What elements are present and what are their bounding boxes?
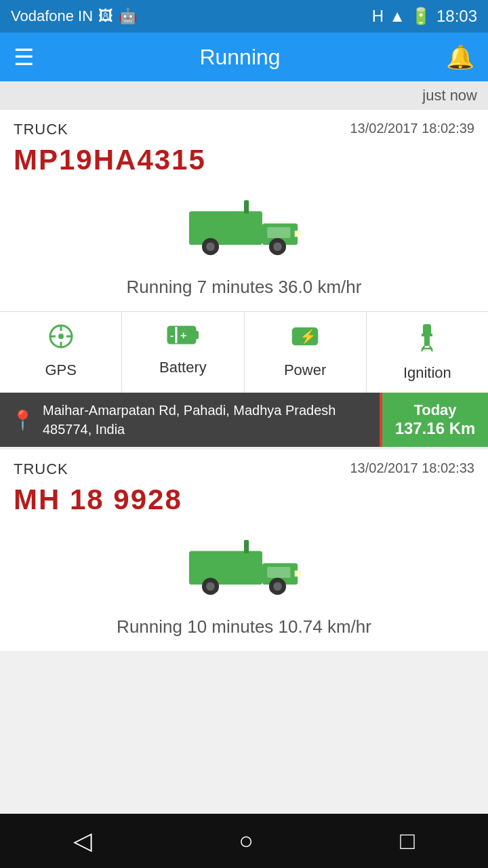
- svg-point-32: [206, 582, 215, 591]
- svg-rect-23: [422, 334, 432, 336]
- battery-label: Battery: [159, 359, 207, 376]
- h-indicator: H: [372, 7, 384, 26]
- ignition-label: Ignition: [403, 364, 451, 382]
- vehicle-card-1: TRUCK 13/02/2017 18:02:39 MP19HA4315 Run…: [0, 110, 488, 447]
- gps-cell: GPS: [0, 312, 122, 393]
- ignition-cell: Ignition: [367, 312, 488, 393]
- menu-button[interactable]: ☰: [14, 43, 34, 71]
- location-pin-icon: 📍: [11, 409, 35, 431]
- svg-rect-30: [267, 567, 290, 578]
- status-bar-right: H ▲ 🔋 18:03: [372, 7, 477, 26]
- location-right-1: Today 137.16 Km: [380, 393, 488, 447]
- svg-point-10: [58, 334, 64, 339]
- power-cell: ⚡ Power: [245, 312, 367, 393]
- vehicle-id-1[interactable]: MP19HA4315: [0, 144, 488, 182]
- vehicle-status-2: Running 10 minutes 10.74 km/hr: [0, 611, 488, 651]
- location-km-1: 137.16 Km: [395, 419, 476, 438]
- battery-cell: + - Battery: [122, 312, 244, 393]
- svg-rect-0: [189, 212, 262, 245]
- power-label: Power: [284, 361, 326, 379]
- svg-rect-22: [423, 324, 431, 335]
- carrier-text: Vodafone IN: [11, 7, 93, 25]
- photo-icon: 🖼: [98, 7, 113, 25]
- page-title: Running: [199, 45, 280, 70]
- vehicle-card-2: TRUCK 13/02/2017 18:02:33 MH 18 9928 Run…: [0, 450, 488, 651]
- truck-svg-2: [183, 532, 305, 600]
- time-display: 18:03: [436, 7, 477, 26]
- vehicle-datetime-2: 13/02/2017 18:02:33: [350, 460, 474, 476]
- status-bar-left: Vodafone IN 🖼 🤖: [11, 7, 137, 25]
- svg-rect-7: [244, 200, 249, 214]
- svg-rect-24: [424, 336, 430, 346]
- gps-icon: [47, 323, 75, 356]
- location-banner-1: 📍 Maihar-Amarpatan Rd, Pahadi, Madhya Pr…: [0, 393, 488, 447]
- home-button[interactable]: ○: [239, 827, 253, 855]
- vehicle-datetime-1: 13/02/2017 18:02:39: [350, 121, 474, 136]
- ignition-icon: [415, 323, 439, 359]
- svg-text:⚡: ⚡: [300, 328, 317, 344]
- location-address-1: Maihar-Amarpatan Rd, Pahadi, Madhya Prad…: [43, 401, 369, 439]
- svg-rect-28: [189, 551, 262, 585]
- vehicle-type-1: TRUCK: [14, 121, 68, 138]
- timestamp-text: just now: [422, 87, 477, 104]
- bottom-nav: ◁ ○ □: [0, 814, 488, 868]
- vehicle-id-2[interactable]: MH 18 9928: [0, 484, 488, 521]
- status-bar: Vodafone IN 🖼 🤖 H ▲ 🔋 18:03: [0, 0, 488, 33]
- vehicle-type-2: TRUCK: [14, 460, 68, 478]
- truck-icon-2: [0, 521, 488, 611]
- svg-rect-8: [295, 231, 301, 237]
- svg-text:-: -: [170, 330, 174, 341]
- svg-point-6: [273, 242, 282, 251]
- vehicle-header-1: TRUCK 13/02/2017 18:02:39: [0, 110, 488, 144]
- icons-row-1: GPS + - Battery ⚡ P: [0, 311, 488, 393]
- timestamp-banner: just now: [0, 81, 488, 110]
- recent-apps-button[interactable]: □: [400, 827, 415, 855]
- vehicle-status-1: Running 7 minutes 36.0 km/hr: [0, 271, 488, 311]
- back-button[interactable]: ◁: [73, 827, 92, 855]
- notification-button[interactable]: 🔔: [446, 43, 474, 71]
- vehicle-header-2: TRUCK 13/02/2017 18:02:33: [0, 450, 488, 484]
- location-left-1: 📍 Maihar-Amarpatan Rd, Pahadi, Madhya Pr…: [0, 393, 380, 447]
- gps-label: GPS: [45, 361, 76, 379]
- android-icon: 🤖: [119, 7, 137, 25]
- svg-point-4: [206, 242, 215, 251]
- top-nav: ☰ Running 🔔: [0, 33, 488, 81]
- svg-rect-36: [295, 570, 301, 576]
- svg-rect-2: [267, 227, 290, 238]
- location-today-label: Today: [413, 401, 456, 419]
- svg-point-34: [273, 582, 282, 591]
- svg-rect-35: [244, 540, 249, 553]
- svg-text:+: +: [180, 330, 186, 341]
- truck-svg-1: [183, 193, 305, 260]
- battery-icon: + -: [167, 323, 199, 353]
- truck-icon-1: [0, 182, 488, 271]
- battery-icon-status: 🔋: [411, 7, 431, 26]
- svg-rect-16: [195, 331, 199, 339]
- power-icon: ⚡: [290, 323, 320, 356]
- signal-icon: ▲: [389, 7, 405, 26]
